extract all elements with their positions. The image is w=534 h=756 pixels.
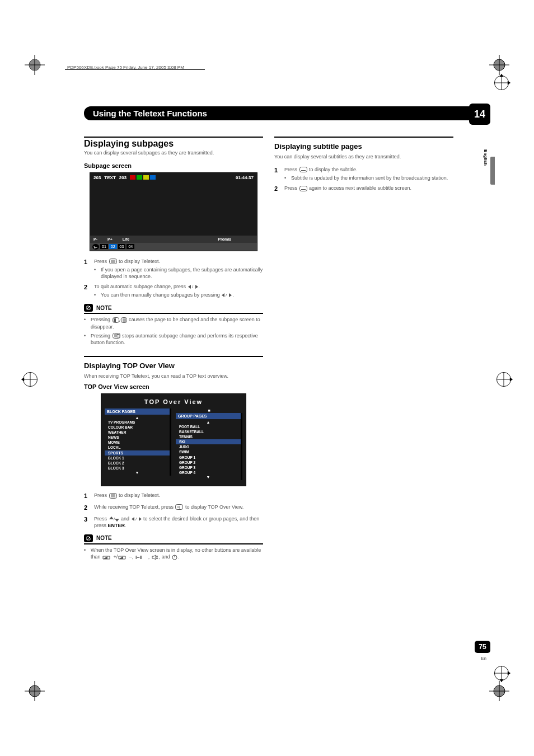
arrow-register-icon <box>494 369 514 389</box>
ttx-bottom-a: P- <box>93 237 97 241</box>
subpage-01: 01 <box>100 244 108 249</box>
note-item: • When the TOP Over View screen is in di… <box>84 547 263 560</box>
header-meta: PDP506XDE.book Page 75 Friday, June 17, … <box>67 65 184 70</box>
step-1: 1 Press to display the subtitle. • Subti… <box>274 166 453 181</box>
block-item: COLOUR BAR <box>105 425 170 430</box>
step-text: Press <box>94 492 109 498</box>
ttx-label: TEXT <box>104 175 115 180</box>
chapter-title: Using the Teletext Functions <box>84 109 207 118</box>
up-down-arrows-icon: / <box>109 516 119 522</box>
dual-mono-icon: I–II <box>135 555 148 560</box>
note-badge-icon <box>84 534 93 542</box>
page-number-badge: 75 <box>475 641 490 653</box>
group-item: SKI <box>176 439 241 444</box>
blue-bar-icon <box>150 175 156 180</box>
crop-mark-icon <box>25 681 45 701</box>
group-item: GROUP 1 <box>176 455 241 460</box>
hold-button-icon <box>113 333 120 339</box>
inline-text: +/ <box>112 554 118 560</box>
block-item: BLOCK 3 <box>105 466 170 471</box>
svg-marker-32 <box>499 679 503 682</box>
group-pages-header: GROUP PAGES <box>176 413 242 419</box>
svg-marker-71 <box>119 556 123 559</box>
svg-marker-40 <box>195 285 198 289</box>
teletext-screen: 203 TEXT 203 01:44:37 P- P+ Life Promis … <box>90 172 257 251</box>
svg-text:/: / <box>192 284 194 289</box>
teletext-topbar: 203 TEXT 203 01:44:37 <box>90 173 257 182</box>
note-header: NOTE <box>84 534 263 544</box>
bullet-dot-icon: • <box>84 547 91 560</box>
group-item: GROUP 4 <box>176 470 241 475</box>
ttx-page-b: 203 <box>119 175 127 180</box>
step-text: Press <box>284 185 299 191</box>
step-3: 3 Press / and / to select the desired bl… <box>84 515 263 529</box>
section-rule <box>84 137 263 138</box>
intro-text: You can display several subpages as they… <box>84 150 263 157</box>
note-text: . <box>178 554 180 560</box>
step-number: 1 <box>274 166 284 181</box>
svg-marker-28 <box>510 377 513 381</box>
mute-icon <box>152 555 158 560</box>
top-over-view-screen: TOP Over View BLOCK PAGES ▲ TV PROGRAMSC… <box>101 393 246 486</box>
svg-marker-62 <box>109 516 114 519</box>
heading-displaying-subpages: Displaying subpages <box>84 139 263 149</box>
block-item: NEWS <box>105 435 170 440</box>
page-language: En <box>481 656 486 661</box>
teletext-color-bars <box>130 175 156 180</box>
svg-marker-73 <box>152 555 156 560</box>
inline-text: , <box>148 554 151 560</box>
subpage-03: 03 <box>118 244 126 249</box>
block-item: TV PROGRAMS <box>105 420 170 425</box>
down-arrow-icon: ▼ <box>176 475 241 479</box>
step-text: to display Teletext. <box>118 492 160 498</box>
svg-rect-80 <box>299 186 307 191</box>
bullet-dot-icon: • <box>94 292 101 298</box>
svg-rect-45 <box>114 318 116 322</box>
svg-marker-65 <box>132 517 134 521</box>
group-item: SWIM <box>176 449 241 454</box>
volume-minus-icon <box>118 555 127 560</box>
up-triangle-icon: ■ <box>208 408 210 413</box>
chapter-number-badge: 14 <box>469 104 490 125</box>
arrow-register-icon <box>20 369 40 389</box>
crop-mark-icon <box>489 55 509 75</box>
svg-text:/: / <box>226 293 227 298</box>
group-item: TENNIS <box>176 434 241 439</box>
note-list: • Pressing / causes the page to be chang… <box>84 316 263 346</box>
step-1: 1 Press to display Teletext. • If you op… <box>84 258 263 280</box>
down-arrow-icon: ▼ <box>105 471 170 475</box>
svg-marker-69 <box>103 556 107 559</box>
inline-text: , and <box>159 554 172 560</box>
svg-marker-33 <box>508 671 510 675</box>
teletext-button-icon <box>109 259 117 264</box>
subpage-04: 04 <box>127 244 134 249</box>
step-number: 2 <box>274 185 284 193</box>
note-label: NOTE <box>96 535 112 541</box>
group-item: GROUP 3 <box>176 465 241 470</box>
language-tab <box>490 157 495 185</box>
teletext-bottombar: P- P+ Life Promis <box>90 236 257 243</box>
svg-rect-55 <box>117 335 119 337</box>
heading-subtitle-pages: Displaying subtitle pages <box>274 142 453 151</box>
subpage-02: 02 <box>109 244 117 249</box>
step-text: to display the subtitle. <box>308 167 358 172</box>
step-number: 2 <box>84 504 94 512</box>
svg-marker-67 <box>139 517 142 521</box>
group-item: GROUP 2 <box>176 460 241 465</box>
svg-marker-38 <box>188 285 191 289</box>
yellow-bar-icon <box>143 175 149 180</box>
bullet-text: Subtitle is updated by the information s… <box>291 175 448 181</box>
bullet-dot-icon: • <box>284 175 291 181</box>
step-text: to display Teletext. <box>118 259 160 264</box>
step-number: 3 <box>84 515 94 529</box>
subpage-steps: 1 Press to display Teletext. • If you op… <box>84 258 263 299</box>
note-badge-icon <box>84 304 93 312</box>
step-number: 1 <box>84 258 94 280</box>
ttx-bottom-c: Life <box>123 237 129 241</box>
svg-rect-78 <box>299 167 307 172</box>
step-text: and <box>120 516 131 522</box>
step-text: . <box>125 523 127 528</box>
heading-top-over-view-screen: TOP Over View screen <box>84 383 263 390</box>
svg-rect-81 <box>301 189 306 190</box>
red-bar-icon <box>130 175 135 180</box>
